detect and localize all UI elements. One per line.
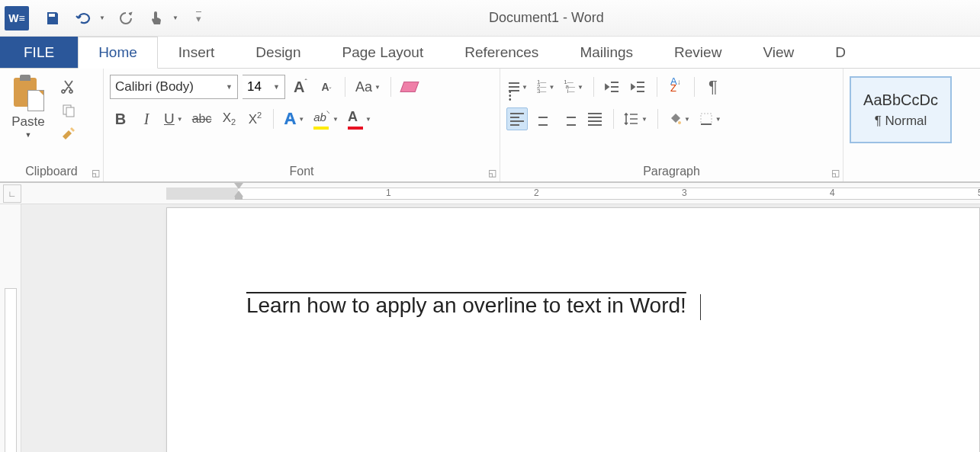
group-paragraph: ▼ 1—2—3—▼ 1— a— i—▼ A↓Z ¶ bbox=[500, 69, 843, 181]
shrink-font-icon: A bbox=[321, 81, 329, 93]
window-title: Document1 - Word bbox=[209, 10, 975, 26]
align-right-button[interactable] bbox=[558, 107, 580, 130]
tab-design[interactable]: Design bbox=[235, 37, 321, 68]
font-size-combo[interactable]: 14▼ bbox=[243, 75, 285, 99]
superscript-button[interactable]: X2 bbox=[244, 107, 265, 130]
font-color-icon: A bbox=[348, 109, 363, 130]
align-center-icon bbox=[536, 113, 550, 126]
text-effects-button[interactable]: A▼ bbox=[281, 107, 307, 130]
touch-icon bbox=[149, 10, 164, 27]
document-area: Learn how to apply an overline to text i… bbox=[0, 204, 980, 452]
tab-developer-cut[interactable]: D bbox=[815, 37, 866, 68]
tab-mailings[interactable]: Mailings bbox=[559, 37, 654, 68]
line-spacing-button[interactable]: ▼ bbox=[622, 107, 650, 130]
shading-button[interactable]: ▼ bbox=[666, 107, 692, 130]
line-spacing-icon bbox=[624, 112, 639, 126]
word-logo-icon: W≡ bbox=[5, 6, 29, 30]
clear-formatting-button[interactable] bbox=[399, 75, 420, 98]
highlight-icon: ab⸌ bbox=[313, 109, 330, 130]
ruler-horizontal[interactable]: ∟ 1 2 3 4 5 bbox=[0, 183, 980, 204]
redo-button[interactable] bbox=[116, 8, 136, 28]
grow-font-icon: A bbox=[294, 79, 304, 96]
paragraph-launcher[interactable]: ◱ bbox=[831, 168, 840, 178]
borders-icon bbox=[699, 112, 713, 126]
paste-dropdown[interactable]: ▼ bbox=[25, 131, 32, 139]
increase-indent-icon bbox=[631, 81, 646, 93]
scissors-icon bbox=[61, 79, 76, 94]
underline-icon: U bbox=[164, 111, 175, 127]
highlight-button[interactable]: ab⸌▼ bbox=[311, 107, 341, 130]
format-painter-button[interactable] bbox=[59, 127, 78, 143]
multilevel-button[interactable]: 1— a— i—▼ bbox=[561, 75, 586, 98]
borders-button[interactable]: ▼ bbox=[697, 107, 724, 130]
font-label: Font bbox=[110, 163, 493, 180]
quick-access-toolbar: ▼ ▼ ▾ bbox=[43, 8, 209, 28]
overlined-text: Learn how to apply an overline to text i… bbox=[246, 293, 686, 317]
change-case-icon: Aa bbox=[355, 79, 372, 95]
copy-button[interactable] bbox=[59, 102, 78, 119]
align-center-button[interactable] bbox=[532, 107, 554, 130]
grow-font-button[interactable]: Aˆ bbox=[290, 75, 311, 98]
bold-button[interactable]: B bbox=[110, 107, 131, 130]
touch-dropdown[interactable]: ▼ bbox=[172, 14, 178, 21]
decrease-indent-button[interactable] bbox=[602, 75, 623, 98]
undo-button[interactable] bbox=[73, 8, 93, 28]
indent-marker[interactable] bbox=[233, 183, 244, 203]
font-launcher[interactable]: ◱ bbox=[488, 168, 496, 178]
tab-insert[interactable]: Insert bbox=[158, 37, 236, 68]
sort-icon: A↓Z bbox=[670, 75, 681, 98]
save-button[interactable] bbox=[43, 8, 63, 28]
document-page[interactable]: Learn how to apply an overline to text i… bbox=[166, 207, 980, 452]
change-case-button[interactable]: Aa▼ bbox=[353, 75, 383, 98]
font-name-value: Calibri (Body) bbox=[115, 79, 194, 95]
font-color-button[interactable]: A▼ bbox=[345, 107, 374, 130]
justify-button[interactable] bbox=[584, 107, 606, 130]
sort-button[interactable]: A↓Z bbox=[665, 75, 686, 98]
document-text[interactable]: Learn how to apply an overline to text i… bbox=[246, 293, 701, 320]
subscript-button[interactable]: X2 bbox=[218, 107, 239, 130]
tab-file[interactable]: FILE bbox=[0, 37, 78, 68]
style-normal[interactable]: AaBbCcDc ¶ Normal bbox=[850, 76, 952, 143]
italic-button[interactable]: I bbox=[136, 107, 157, 130]
style-sample: AaBbCcDc bbox=[863, 91, 938, 109]
cut-button[interactable] bbox=[59, 78, 78, 95]
bullets-button[interactable]: ▼ bbox=[506, 75, 530, 98]
paste-button[interactable]: Paste ▼ bbox=[6, 73, 50, 139]
tab-page-layout[interactable]: Page Layout bbox=[322, 37, 445, 68]
tab-home[interactable]: Home bbox=[78, 37, 158, 69]
pilcrow-icon: ¶ bbox=[708, 77, 718, 97]
tab-review[interactable]: Review bbox=[654, 37, 742, 68]
numbering-button[interactable]: 1—2—3—▼ bbox=[535, 75, 557, 98]
increase-indent-button[interactable] bbox=[628, 75, 649, 98]
clipboard-launcher[interactable]: ◱ bbox=[92, 168, 100, 178]
ribbon: Paste ▼ Clipboard ◱ bbox=[0, 69, 980, 183]
show-marks-button[interactable]: ¶ bbox=[702, 75, 724, 98]
eraser-icon bbox=[400, 82, 419, 92]
tab-selector[interactable]: ∟ bbox=[3, 184, 21, 203]
align-left-button[interactable] bbox=[506, 107, 528, 130]
ruler-vertical[interactable] bbox=[0, 204, 21, 452]
paragraph-label: Paragraph bbox=[506, 163, 837, 180]
save-icon bbox=[45, 11, 60, 26]
italic-icon: I bbox=[144, 111, 149, 128]
text-cursor bbox=[700, 294, 701, 320]
font-name-combo[interactable]: Calibri (Body)▼ bbox=[110, 75, 238, 99]
undo-dropdown[interactable]: ▼ bbox=[99, 14, 105, 21]
shrink-font-button[interactable]: Aˇ bbox=[316, 75, 337, 98]
titlebar: W≡ ▼ ▼ ▾ Document1 - Word bbox=[0, 0, 980, 37]
strikethrough-button[interactable]: abc bbox=[190, 107, 214, 130]
ribbon-tabs: FILE Home Insert Design Page Layout Refe… bbox=[0, 37, 980, 69]
align-right-icon bbox=[562, 113, 576, 126]
touch-mode-button[interactable] bbox=[146, 8, 166, 28]
multilevel-icon: 1— a— i— bbox=[564, 80, 575, 94]
customize-qat-button[interactable]: ▾ bbox=[189, 8, 209, 28]
underline-button[interactable]: U▼ bbox=[162, 107, 185, 130]
copy-icon bbox=[61, 104, 76, 117]
svg-point-2 bbox=[678, 121, 681, 124]
group-font: Calibri (Body)▼ 14▼ Aˆ Aˇ Aa▼ B I U▼ bbox=[104, 69, 500, 181]
undo-icon bbox=[75, 11, 92, 26]
tab-references[interactable]: References bbox=[444, 37, 559, 68]
clipboard-label: Clipboard bbox=[6, 163, 97, 180]
font-size-value: 14 bbox=[247, 79, 262, 95]
tab-view[interactable]: View bbox=[742, 37, 815, 68]
